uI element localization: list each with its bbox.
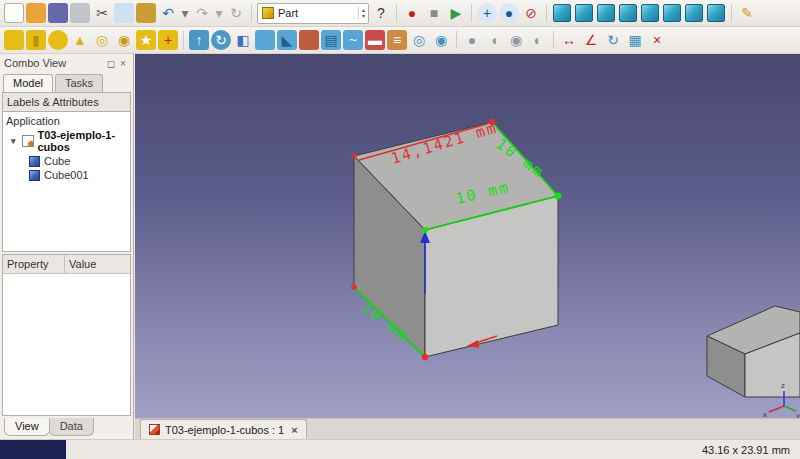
open-document-icon[interactable] <box>26 3 46 23</box>
cube001-solid[interactable] <box>707 306 800 397</box>
part-cylinder-icon[interactable]: ▮ <box>26 30 46 50</box>
tree-item-label: Cube001 <box>44 169 89 181</box>
toolbar-separator <box>731 4 732 22</box>
sketch-edit-icon[interactable]: ✎ <box>737 3 757 23</box>
part-offset-icon[interactable]: ◎ <box>409 30 429 50</box>
expander-icon[interactable]: ▾ <box>11 136 18 146</box>
redo-icon[interactable]: ↷ <box>192 3 212 23</box>
measure-angular-icon[interactable]: ∠ <box>581 30 601 50</box>
part-boolean-icon[interactable]: ● <box>462 30 482 50</box>
value-column-header[interactable]: Value <box>65 255 100 273</box>
part-tube-icon[interactable]: ◉ <box>114 30 134 50</box>
cursor-dimensions: 43.16 x 23.91 mm <box>702 444 800 456</box>
freecad-window: { "colors": { "dim_green": "#14dd14", "d… <box>0 0 800 459</box>
view-fit-all-icon[interactable] <box>553 4 571 22</box>
undo-icon[interactable]: ↶ <box>158 3 178 23</box>
workbench-selector[interactable]: Part▴▾ <box>257 3 369 24</box>
cube-icon <box>29 156 40 167</box>
part-ruled-surface-icon[interactable] <box>299 30 319 50</box>
workbench-part-icon <box>262 7 274 19</box>
toolbar-separator <box>546 4 547 22</box>
view-isometric-icon[interactable] <box>575 4 593 22</box>
draw-style-icon[interactable]: ⊘ <box>521 3 541 23</box>
tree-item-document[interactable]: ▾ T03-ejemplo-1-cubos <box>3 128 130 154</box>
combo-view-panel: Combo View ◻ × Model Tasks Labels & Attr… <box>0 54 134 439</box>
model-tree: Application ▾ T03-ejemplo-1-cubos Cube C… <box>2 112 131 252</box>
zoom-selection-icon[interactable]: ● <box>499 3 519 23</box>
document-icon <box>22 135 34 147</box>
measure-refresh-icon[interactable]: ↻ <box>603 30 623 50</box>
measure-clear-icon[interactable]: × <box>647 30 667 50</box>
part-loft-icon[interactable]: ▤ <box>321 30 341 50</box>
part-cross-sections-icon[interactable]: ≡ <box>387 30 407 50</box>
view-top-icon[interactable] <box>619 4 637 22</box>
part-torus-icon[interactable]: ◎ <box>92 30 112 50</box>
tree-item-label: Cube <box>44 155 70 167</box>
paste-icon[interactable] <box>136 3 156 23</box>
macro-stop-icon[interactable]: ■ <box>424 3 444 23</box>
view-left-icon[interactable] <box>707 4 725 22</box>
view-bottom-icon[interactable] <box>685 4 703 22</box>
part-shapebuilder-icon[interactable]: + <box>158 30 178 50</box>
tree-item-cube[interactable]: Cube <box>3 154 130 168</box>
part-cut-icon[interactable]: ◖ <box>484 30 504 50</box>
combo-view-tabs: Model Tasks <box>0 72 133 92</box>
part-intersection-icon[interactable]: ◐ <box>528 30 548 50</box>
document-tab[interactable]: T03-ejemplo-1-cubos : 1 × <box>140 419 307 439</box>
3d-scene: 14,1421 mm 10 mm 10 mm 10 mm z x y <box>135 54 800 418</box>
close-panel-icon[interactable]: × <box>117 58 129 69</box>
tab-tasks[interactable]: Tasks <box>55 74 103 92</box>
axis-x-label: x <box>763 411 767 418</box>
part-sweep-icon[interactable]: ~ <box>343 30 363 50</box>
part-box-icon[interactable] <box>4 30 24 50</box>
macro-record-icon[interactable]: ● <box>402 3 422 23</box>
part-union-icon[interactable]: ◉ <box>506 30 526 50</box>
tree-item-cube001[interactable]: Cube001 <box>3 168 130 182</box>
close-tab-icon[interactable]: × <box>289 424 297 436</box>
measure-linear-icon[interactable]: ↔ <box>559 30 579 50</box>
document-tabbar: T03-ejemplo-1-cubos : 1 × <box>135 418 800 439</box>
part-section-icon[interactable]: ▬ <box>365 30 385 50</box>
redo-menu-icon[interactable]: ▾ <box>214 3 224 23</box>
print-document-icon[interactable] <box>70 3 90 23</box>
float-panel-icon[interactable]: ◻ <box>105 58 117 69</box>
tab-model[interactable]: Model <box>3 74 53 92</box>
toolbar-separator <box>251 4 252 22</box>
part-chamfer-icon[interactable]: ◣ <box>277 30 297 50</box>
part-sphere-icon[interactable] <box>48 30 68 50</box>
macro-execute-icon[interactable]: ▶ <box>446 3 466 23</box>
tab-data[interactable]: Data <box>49 418 94 436</box>
measure-toggle-icon[interactable]: ▦ <box>625 30 645 50</box>
tree-item-label: T03-ejemplo-1-cubos <box>38 129 128 153</box>
3d-viewport[interactable]: 14,1421 mm 10 mm 10 mm 10 mm z x y <box>135 54 800 418</box>
tree-item-application[interactable]: Application <box>3 114 130 128</box>
toolbar-separator <box>471 4 472 22</box>
part-thickness-icon[interactable]: ◉ <box>431 30 451 50</box>
save-document-icon[interactable] <box>48 3 68 23</box>
workbench-spinner[interactable]: ▴▾ <box>358 7 365 19</box>
property-view-tabs: View Data <box>0 418 133 439</box>
cut-icon[interactable]: ✂ <box>92 3 112 23</box>
view-rear-icon[interactable] <box>663 4 681 22</box>
toolbar-separator <box>183 31 184 49</box>
main-toolbar: ✂↶▾↷▾↻Part▴▾?●■▶+●⊘✎ <box>0 0 800 27</box>
property-body <box>3 274 130 415</box>
view-right-icon[interactable] <box>641 4 659 22</box>
refresh-icon[interactable]: ↻ <box>226 3 246 23</box>
copy-icon[interactable] <box>114 3 134 23</box>
part-cone-icon[interactable]: ▲ <box>70 30 90 50</box>
labels-attributes-header: Labels & Attributes <box>2 92 131 112</box>
toolbar-separator <box>396 4 397 22</box>
undo-menu-icon[interactable]: ▾ <box>180 3 190 23</box>
property-column-header[interactable]: Property <box>3 255 65 273</box>
part-extrude-icon[interactable]: ↑ <box>189 30 209 50</box>
part-fillet-icon[interactable] <box>255 30 275 50</box>
part-revolve-icon[interactable]: ↻ <box>211 30 231 50</box>
view-front-icon[interactable] <box>597 4 615 22</box>
zoom-fit-icon[interactable]: + <box>477 3 497 23</box>
part-primitives-icon[interactable]: ★ <box>136 30 156 50</box>
tab-view[interactable]: View <box>4 418 50 436</box>
new-document-icon[interactable] <box>4 3 24 23</box>
whats-this-icon[interactable]: ? <box>371 3 391 23</box>
part-mirror-icon[interactable]: ◧ <box>233 30 253 50</box>
